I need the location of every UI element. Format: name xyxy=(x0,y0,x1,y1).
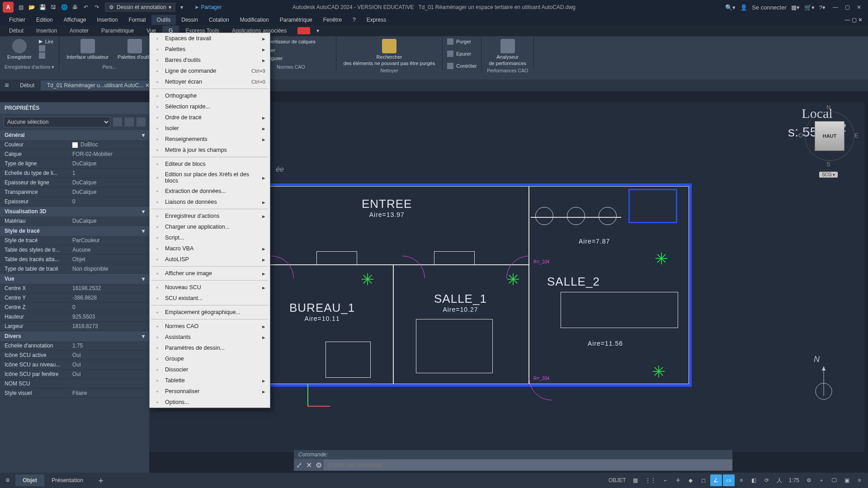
vc-s[interactable]: S xyxy=(826,161,830,168)
menu-item[interactable]: ▫Paramètres de dessin... xyxy=(150,343,270,353)
prop-row[interactable]: Epaisseur de ligneDuCalque xyxy=(0,178,149,188)
properties-header[interactable]: PROPRIÉTÉS xyxy=(0,102,149,114)
prop-row[interactable]: Icône SCU activeOui xyxy=(0,351,149,360)
qat-undo-icon[interactable]: ↶ xyxy=(81,3,90,12)
vc-wcs[interactable]: SCG ▾ xyxy=(819,172,838,178)
menu-affichage[interactable]: Affichage xyxy=(58,15,92,25)
menu-express[interactable]: Express xyxy=(361,15,392,25)
vc-n[interactable]: N xyxy=(826,104,830,111)
iso2-icon[interactable]: ▣ xyxy=(841,474,853,486)
record-button[interactable]: Enregistrer xyxy=(5,38,34,61)
menu-item[interactable]: ▫Macro VBA▸ xyxy=(150,243,270,254)
otrack-icon[interactable]: ∠ xyxy=(710,474,722,486)
menu-item[interactable]: ▫Nouveau SCU▸ xyxy=(150,282,270,293)
menu-outils[interactable]: Outils xyxy=(151,15,176,25)
qat-saveas-icon[interactable]: 🖫 xyxy=(49,3,58,12)
prop-row[interactable]: Echelle d'annotation1:75 xyxy=(0,341,149,351)
viewcube[interactable]: HAUT xyxy=(815,121,844,151)
prop-section-general[interactable]: Général▾ xyxy=(0,130,149,140)
menu-modification[interactable]: Modification xyxy=(235,15,274,25)
menu-item[interactable]: ▫SCU existant... xyxy=(150,293,270,304)
menu-item[interactable]: ▫Charger une application... xyxy=(150,221,270,232)
qat-new-icon[interactable]: ▤ xyxy=(16,3,25,12)
anno-icon[interactable]: 人 xyxy=(774,474,785,486)
osnap-icon[interactable]: ◻ xyxy=(698,474,709,486)
prop-row[interactable]: Centre X16198.2532 xyxy=(0,284,149,293)
menu-item[interactable]: ▫Emplacement géographique... xyxy=(150,307,270,318)
menu-item[interactable]: ▫Personnaliser▸ xyxy=(150,386,270,397)
menu-edition[interactable]: Edition xyxy=(31,15,58,25)
prop-row[interactable]: NOM SCU xyxy=(0,379,149,389)
ribbon-tab-debut[interactable]: Début xyxy=(3,26,30,36)
ribbon-tab-parametrique[interactable]: Paramétrique xyxy=(95,26,140,36)
vc-o[interactable]: O xyxy=(798,132,803,139)
app-switch-icon[interactable]: ▦▾ xyxy=(791,4,800,11)
menu-dessin[interactable]: Dessin xyxy=(176,15,203,25)
lwt-icon[interactable]: ≡ xyxy=(736,474,747,486)
menu-item[interactable]: ▫Groupe xyxy=(150,353,270,364)
menu-fichier[interactable]: Fichier xyxy=(4,15,31,25)
grid-icon[interactable]: ▦ xyxy=(630,474,642,486)
command-input[interactable] xyxy=(324,460,732,470)
menu-doc-min-icon[interactable]: — ▢ ✕ xyxy=(839,15,868,25)
find-button[interactable]: Rechercherdes éléments ne pouvant pas êt… xyxy=(341,38,438,67)
selectobj-icon[interactable] xyxy=(125,117,134,127)
workspace-selector[interactable]: ⚙ Dessin et annotation ▾ xyxy=(105,3,175,12)
status-model[interactable]: OBJET xyxy=(606,474,629,486)
cmd-close-icon[interactable]: ✕ xyxy=(304,459,314,471)
perf-button[interactable]: Analyseurde performances xyxy=(486,38,529,67)
quickselect-icon[interactable] xyxy=(113,117,122,127)
layout-tabs-menu-icon[interactable]: ≡ xyxy=(0,476,15,484)
ribbon-chevron-icon[interactable]: ▾ xyxy=(310,26,326,36)
tab-model[interactable]: Objet xyxy=(15,474,44,486)
prop-section-viz[interactable]: Visualisation 3D▾ xyxy=(0,206,149,216)
cmd-maximize-icon[interactable]: ⤢ xyxy=(294,459,304,471)
menu-item[interactable]: ▫Normes CAO▸ xyxy=(150,321,270,332)
rec-btn2[interactable] xyxy=(39,45,53,52)
menu-item[interactable]: ▫Edition sur place des Xréfs et des bloc… xyxy=(150,169,270,186)
snap-icon[interactable]: ⋮⋮ xyxy=(642,474,659,486)
qat-web-icon[interactable]: 🌐 xyxy=(60,3,69,12)
doc-tabs-menu-icon[interactable]: ≡ xyxy=(0,81,14,89)
pickadd-icon[interactable] xyxy=(137,117,146,127)
plus-status-icon[interactable]: ＋ xyxy=(816,474,827,486)
prop-row[interactable]: Hauteur925.5503 xyxy=(0,312,149,322)
prop-row[interactable]: Centre Z0 xyxy=(0,303,149,312)
tab-layout1[interactable]: Présentation xyxy=(44,474,90,486)
control-button[interactable]: Contrôler xyxy=(447,62,476,70)
prop-row[interactable]: Type de table de tracéNon disponible xyxy=(0,264,149,274)
menu-item[interactable]: ▫Espaces de travail▸ xyxy=(150,33,270,44)
menu-item[interactable]: ▫Assistants▸ xyxy=(150,332,270,343)
user-icon[interactable]: 👤 xyxy=(740,4,747,11)
prop-row[interactable]: CalqueFOR-02-Mobilier xyxy=(0,150,149,159)
menu-item[interactable]: ▫Sélection rapide... xyxy=(150,101,270,112)
prop-row[interactable]: Largeur1818.8273 xyxy=(0,322,149,331)
ribbon-layer-chip[interactable] xyxy=(297,27,310,34)
cart-icon[interactable]: 🛒▾ xyxy=(804,4,815,11)
qat-plot-icon[interactable]: 🖶 xyxy=(71,3,80,12)
prop-row[interactable]: Table des tracés atta...Objet xyxy=(0,255,149,264)
menu-item[interactable]: ▫Orthographe xyxy=(150,90,270,101)
menu-cotation[interactable]: Cotation xyxy=(203,15,235,25)
ribbon-tab-annoter[interactable]: Annoter xyxy=(63,26,95,36)
app-logo[interactable]: A xyxy=(3,2,14,13)
prop-section-view[interactable]: Vue▾ xyxy=(0,274,149,284)
ribbon-tab-insertion[interactable]: Insertion xyxy=(30,26,63,36)
prop-row[interactable]: Style visuelFilaire xyxy=(0,389,149,398)
vc-e[interactable]: E xyxy=(854,132,859,139)
menu-insertion[interactable]: Insertion xyxy=(92,15,123,25)
tab-active-doc[interactable]: Td_01 Réaménager u...utilisant AutoC... … xyxy=(41,80,156,90)
menu-item[interactable]: ▫Options... xyxy=(150,397,270,408)
menu-item[interactable]: ▫Mettre à jour les champs xyxy=(150,145,270,155)
menu-item[interactable]: ▫Editeur de blocs xyxy=(150,159,270,169)
menu-format[interactable]: Format xyxy=(123,15,151,25)
menu-item[interactable]: ▫Enregistreur d'actions▸ xyxy=(150,211,270,221)
prop-row[interactable]: Icône SCU au niveau...Oui xyxy=(0,360,149,370)
menu-parametrique[interactable]: Paramétrique xyxy=(274,15,318,25)
qat-dropdown-icon[interactable]: ▾ xyxy=(177,3,186,12)
tab-start[interactable]: Début xyxy=(14,80,41,90)
prop-row[interactable]: Style de tracéParCouleur xyxy=(0,236,149,245)
qat-redo-icon[interactable]: ↷ xyxy=(92,3,101,12)
prop-row[interactable]: MatériauDuCalque xyxy=(0,216,149,226)
gear-status-icon[interactable]: ⚙ xyxy=(803,474,815,486)
